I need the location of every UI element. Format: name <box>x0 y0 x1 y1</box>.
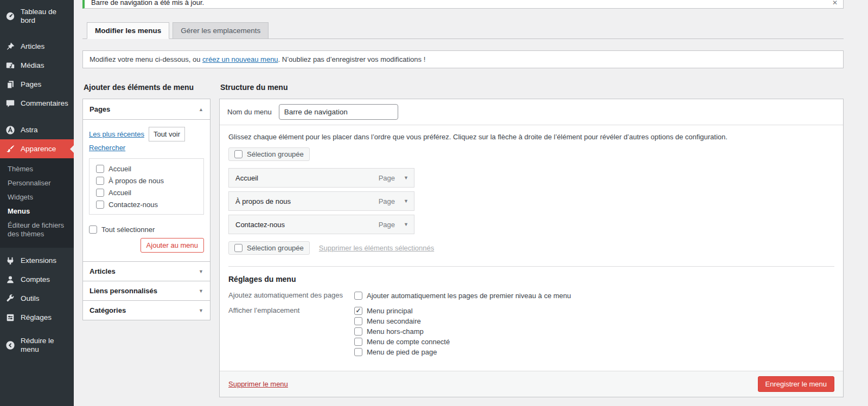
location-option: Menu de pied de page <box>354 347 450 357</box>
sidebar-item-settings[interactable]: Réglages <box>0 308 74 327</box>
checkbox-page-accueil[interactable] <box>96 165 104 173</box>
expand-item-arrow-icon[interactable] <box>404 198 409 204</box>
accordion-articles-header[interactable]: Articles <box>83 261 210 281</box>
tab-view-all[interactable]: Tout voir <box>149 127 185 141</box>
checkbox-menu-hors-champ[interactable] <box>354 327 362 336</box>
right-column-title: Structure du menu <box>220 83 844 92</box>
sidebar-item-plugins[interactable]: Extensions <box>0 251 74 270</box>
checkbox-menu-pied-de-page[interactable] <box>354 348 362 356</box>
select-all-row: Tout sélectionner <box>89 223 204 235</box>
submenu-item-menus[interactable]: Menus <box>0 204 74 218</box>
checkbox-bulk-select-top[interactable] <box>234 150 242 158</box>
chevron-down-icon <box>199 269 203 274</box>
sidebar-item-tools[interactable]: Outils <box>0 289 74 308</box>
expand-item-arrow-icon[interactable] <box>404 222 409 227</box>
sidebar-item-label: Outils <box>21 294 40 303</box>
display-location-row: Afficher l’emplacement Menu principal Me… <box>228 306 834 357</box>
create-new-menu-link[interactable]: créez un nouveau menu <box>202 55 278 63</box>
checkbox-page-a-propos[interactable] <box>96 177 104 185</box>
sidebar-item-label: Astra <box>21 126 38 134</box>
settings-sliders-icon <box>5 312 15 323</box>
menu-item-a-propos[interactable]: À propos de nous Page <box>228 191 414 211</box>
appearance-submenu: Thèmes Personnaliser Widgets Menus Édite… <box>0 158 74 248</box>
tab-search[interactable]: Rechercher <box>89 144 125 152</box>
menu-item-type: Page <box>379 197 395 205</box>
bulk-actions-row: Sélection groupée Supprimer les éléments… <box>228 241 834 255</box>
admin-sidebar: Tableau de bord Articles Médias Pages Co… <box>0 0 74 406</box>
sidebar-item-comments[interactable]: Commentaires <box>0 94 74 113</box>
location-option-label: Menu de compte connecté <box>367 338 450 346</box>
accordion-categories-header[interactable]: Catégories <box>83 300 210 320</box>
sidebar-item-dashboard[interactable]: Tableau de bord <box>0 3 74 29</box>
menu-item-accueil[interactable]: Accueil Page <box>228 168 414 188</box>
sidebar-item-label: Extensions <box>21 256 56 265</box>
sidebar-item-astra[interactable]: Astra <box>0 120 74 139</box>
bulk-select-toggle-top[interactable]: Sélection groupée <box>228 147 310 161</box>
pages-icon <box>5 79 15 89</box>
submenu-item-themes[interactable]: Thèmes <box>0 162 74 176</box>
user-icon <box>5 274 15 285</box>
sidebar-item-users[interactable]: Comptes <box>0 270 74 289</box>
checkbox-bulk-select-bottom[interactable] <box>234 244 242 252</box>
submenu-item-customize[interactable]: Personnaliser <box>0 176 74 190</box>
chevron-down-icon <box>199 308 203 313</box>
accordion-pages-header[interactable]: Pages <box>83 99 210 120</box>
pages-panel-tabs: Les plus récentesTout voir Rechercher <box>89 127 204 154</box>
submenu-item-widgets[interactable]: Widgets <box>0 190 74 204</box>
location-option: Menu secondaire <box>354 316 450 326</box>
astra-icon <box>5 125 15 135</box>
tab-most-recent[interactable]: Les plus récentes <box>89 130 144 138</box>
intro-text-after: . N’oubliez pas d’enregistrer vos modifi… <box>278 55 426 63</box>
accordion-categories-title: Catégories <box>90 306 126 314</box>
add-to-menu-button[interactable]: Ajouter au menu <box>141 238 204 253</box>
sidebar-item-label: Apparence <box>21 145 56 153</box>
save-menu-button[interactable]: Enregistrer le menu <box>758 376 834 392</box>
bulk-select-toggle-bottom[interactable]: Sélection groupée <box>228 241 310 255</box>
remove-selected-link[interactable]: Supprimer les éléments sélectionnés <box>319 244 434 252</box>
drag-instructions: Glissez chaque élément pour les placer d… <box>228 133 834 141</box>
sidebar-item-label: Réduire le menu <box>21 337 69 354</box>
update-notice-text: Barre de navigation a été mis à jour. <box>91 0 204 7</box>
expand-item-arrow-icon[interactable] <box>404 175 409 181</box>
location-option-label: Menu principal <box>367 307 413 315</box>
tab-edit-menus[interactable]: Modifier les menus <box>87 22 169 39</box>
checkbox-menu-compte-connecte[interactable] <box>354 338 362 346</box>
checkbox-page-contactez-nous[interactable] <box>96 201 104 209</box>
menu-name-input[interactable] <box>279 104 398 120</box>
sidebar-collapse-button[interactable]: Réduire le menu <box>0 332 74 358</box>
menu-edit-box: Nom du menu Glissez chaque élément pour … <box>219 99 844 397</box>
media-icon <box>5 60 15 70</box>
checkbox-page-accueil-2[interactable] <box>96 189 104 197</box>
sidebar-item-label: Comptes <box>21 275 50 284</box>
page-item-label: Contactez-nous <box>108 201 158 209</box>
sidebar-item-pages[interactable]: Pages <box>0 75 74 94</box>
checkbox-select-all[interactable] <box>89 225 97 234</box>
checkbox-menu-principal[interactable] <box>354 307 362 315</box>
sidebar-item-appearance[interactable]: Apparence <box>0 139 74 158</box>
sidebar-item-label: Pages <box>21 80 41 89</box>
wrench-icon <box>5 293 15 304</box>
dismiss-notice-icon[interactable]: ✕ <box>831 0 839 7</box>
menu-settings-title: Réglages du menu <box>228 275 834 283</box>
page-item-label: Accueil <box>108 189 131 197</box>
menu-items-list: Accueil Page À propos de nous Page Conta… <box>228 168 414 234</box>
sidebar-item-label: Articles <box>21 42 44 51</box>
menu-item-type: Page <box>379 174 395 182</box>
submenu-item-theme-editor[interactable]: Éditeur de fichiers des thèmes <box>0 218 74 241</box>
sidebar-item-posts[interactable]: Articles <box>0 37 74 56</box>
delete-menu-link[interactable]: Supprimer le menu <box>228 380 288 388</box>
menus-tab-bar: Modifier les menus Gérer les emplacement… <box>82 22 844 39</box>
menu-item-contactez-nous[interactable]: Contactez-nous Page <box>228 215 414 234</box>
menu-item-title: Accueil <box>235 174 379 182</box>
sidebar-item-media[interactable]: Médias <box>0 56 74 75</box>
page-item-label: À propos de nous <box>108 177 164 185</box>
checkbox-menu-secondaire[interactable] <box>354 317 362 325</box>
location-option: Menu de compte connecté <box>354 337 450 347</box>
chevron-up-icon[interactable] <box>199 107 203 112</box>
accordion-custom-links-header[interactable]: Liens personnalisés <box>83 281 210 300</box>
checkbox-auto-add-pages[interactable] <box>354 292 362 300</box>
menu-name-row: Nom du menu <box>220 99 843 125</box>
tab-manage-locations[interactable]: Gérer les emplacements <box>173 22 269 39</box>
sidebar-item-label: Médias <box>21 61 44 70</box>
left-column-title: Ajouter des éléments de menu <box>84 83 210 92</box>
